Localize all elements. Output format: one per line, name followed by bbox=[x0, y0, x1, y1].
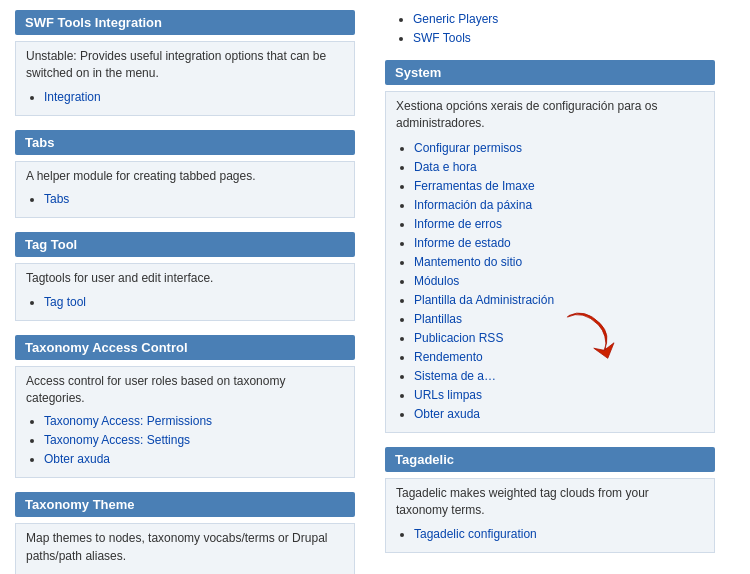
list-item: Taxonomy Access: Settings bbox=[44, 431, 344, 449]
top-links: Generic Players SWF Tools bbox=[385, 10, 715, 54]
link-plantilla-admin[interactable]: Plantilla da Administración bbox=[414, 293, 554, 307]
section-header-taxonomy-access-control: Taxonomy Access Control bbox=[15, 335, 355, 360]
section-tabs: Tabs A helper module for creating tabbed… bbox=[15, 130, 355, 218]
list-item: URLs limpas bbox=[414, 386, 704, 404]
section-body-taxonomy-access-control: Access control for user roles based on t… bbox=[15, 366, 355, 479]
section-body-taxonomy-theme: Map themes to nodes, taxonomy vocabs/ter… bbox=[15, 523, 355, 574]
list-item: Ferramentas de Imaxe bbox=[414, 177, 704, 195]
list-item: Tag tool bbox=[44, 293, 344, 311]
system-desc: Xestiona opcións xerais de configuración… bbox=[396, 98, 704, 133]
tag-tool-desc: Tagtools for user and edit interface. bbox=[26, 270, 344, 287]
link-informe-erros[interactable]: Informe de erros bbox=[414, 217, 502, 231]
list-item: Integration bbox=[44, 88, 344, 106]
right-column: Generic Players SWF Tools System Xestion… bbox=[370, 0, 730, 574]
list-item: Mantemento do sitio bbox=[414, 253, 704, 271]
section-taxonomy-access-control: Taxonomy Access Control Access control f… bbox=[15, 335, 355, 479]
link-tabs[interactable]: Tabs bbox=[44, 192, 69, 206]
swf-tools-desc: Unstable: Provides useful integration op… bbox=[26, 48, 344, 83]
list-item: Plantilla da Administración bbox=[414, 291, 704, 309]
section-body-swf-tools: Unstable: Provides useful integration op… bbox=[15, 41, 355, 116]
link-rendemento[interactable]: Rendemento bbox=[414, 350, 483, 364]
section-header-tag-tool: Tag Tool bbox=[15, 232, 355, 257]
link-informe-estado[interactable]: Informe de estado bbox=[414, 236, 511, 250]
section-body-system: Xestiona opcións xerais de configuración… bbox=[385, 91, 715, 433]
link-ferramentas-imaxe[interactable]: Ferramentas de Imaxe bbox=[414, 179, 535, 193]
section-system: System Xestiona opcións xerais de config… bbox=[385, 60, 715, 433]
list-item: Obter axuda bbox=[414, 405, 704, 423]
link-taxonomy-access-permissions[interactable]: Taxonomy Access: Permissions bbox=[44, 414, 212, 428]
section-header-taxonomy-theme: Taxonomy Theme bbox=[15, 492, 355, 517]
left-column: SWF Tools Integration Unstable: Provides… bbox=[0, 0, 370, 574]
link-generic-players[interactable]: Generic Players bbox=[413, 12, 498, 26]
list-item: Información da páxina bbox=[414, 196, 704, 214]
list-item: Informe de erros bbox=[414, 215, 704, 233]
tagadelic-desc: Tagadelic makes weighted tag clouds from… bbox=[396, 485, 704, 520]
section-swf-tools: SWF Tools Integration Unstable: Provides… bbox=[15, 10, 355, 116]
list-item: Obter axuda bbox=[44, 450, 344, 468]
taxonomy-theme-desc: Map themes to nodes, taxonomy vocabs/ter… bbox=[26, 530, 344, 565]
link-configurar-permisos[interactable]: Configurar permisos bbox=[414, 141, 522, 155]
section-body-tag-tool: Tagtools for user and edit interface. Ta… bbox=[15, 263, 355, 320]
link-swf-tools[interactable]: SWF Tools bbox=[413, 31, 471, 45]
section-header-tabs: Tabs bbox=[15, 130, 355, 155]
list-item: Generic Players bbox=[413, 10, 715, 28]
link-sistema-a[interactable]: Sistema de a… bbox=[414, 369, 496, 383]
list-item: Informe de estado bbox=[414, 234, 704, 252]
link-mantemento[interactable]: Mantemento do sitio bbox=[414, 255, 522, 269]
list-item: Módulos bbox=[414, 272, 704, 290]
list-item: Sistema de a… bbox=[414, 367, 704, 385]
link-integration[interactable]: Integration bbox=[44, 90, 101, 104]
list-item: Plantillas bbox=[414, 310, 704, 328]
list-item: Rendemento bbox=[414, 348, 704, 366]
section-taxonomy-theme: Taxonomy Theme Map themes to nodes, taxo… bbox=[15, 492, 355, 574]
link-taxonomy-access-settings[interactable]: Taxonomy Access: Settings bbox=[44, 433, 190, 447]
link-tagadelic-configuration[interactable]: Tagadelic configuration bbox=[414, 527, 537, 541]
link-taxonomy-access-help[interactable]: Obter axuda bbox=[44, 452, 110, 466]
link-modulos[interactable]: Módulos bbox=[414, 274, 459, 288]
taxonomy-access-control-desc: Access control for user roles based on t… bbox=[26, 373, 344, 408]
section-tag-tool: Tag Tool Tagtools for user and edit inte… bbox=[15, 232, 355, 320]
section-header-tagadelic: Tagadelic bbox=[385, 447, 715, 472]
link-informacion-paxina[interactable]: Información da páxina bbox=[414, 198, 532, 212]
link-plantillas[interactable]: Plantillas bbox=[414, 312, 462, 326]
section-header-system: System bbox=[385, 60, 715, 85]
list-item: Configurar permisos bbox=[414, 139, 704, 157]
link-obter-axuda-system[interactable]: Obter axuda bbox=[414, 407, 480, 421]
list-item: Tagadelic configuration bbox=[414, 525, 704, 543]
section-tagadelic: Tagadelic Tagadelic makes weighted tag c… bbox=[385, 447, 715, 553]
link-urls-limpas[interactable]: URLs limpas bbox=[414, 388, 482, 402]
tabs-desc: A helper module for creating tabbed page… bbox=[26, 168, 344, 185]
list-item: Tabs bbox=[44, 190, 344, 208]
list-item: Publicacion RSS bbox=[414, 329, 704, 347]
link-tag-tool[interactable]: Tag tool bbox=[44, 295, 86, 309]
list-item: Data e hora bbox=[414, 158, 704, 176]
section-body-tagadelic: Tagadelic makes weighted tag clouds from… bbox=[385, 478, 715, 553]
section-header-swf-tools: SWF Tools Integration bbox=[15, 10, 355, 35]
list-item: SWF Tools bbox=[413, 29, 715, 47]
list-item: Taxonomy Access: Permissions bbox=[44, 412, 344, 430]
link-publicacion-rss[interactable]: Publicacion RSS bbox=[414, 331, 503, 345]
link-data-e-hora[interactable]: Data e hora bbox=[414, 160, 477, 174]
section-body-tabs: A helper module for creating tabbed page… bbox=[15, 161, 355, 218]
